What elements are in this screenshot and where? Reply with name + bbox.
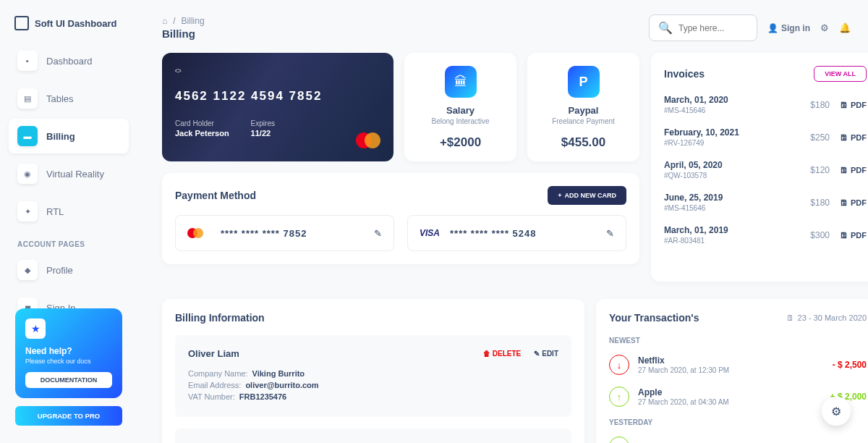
search-icon: 🔍: [658, 21, 673, 35]
payment-card-2: VISA**** **** **** 5248 ✎: [407, 215, 626, 251]
wifi-icon: ⌔: [175, 66, 380, 77]
invoice-item: June, 25, 2019#MS-415646$180🖺PDF: [664, 193, 867, 212]
sidebar-item-dashboard[interactable]: ▪Dashboard: [9, 43, 129, 78]
arrow-up-icon: ↑: [609, 387, 629, 407]
gear-icon: ⚙: [831, 405, 841, 418]
pdf-icon: 🖺: [840, 101, 848, 109]
trans-title: Your Transaction's: [609, 312, 699, 324]
trans-item: ↓Netflix27 March 2020, at 12:30 PM- $ 2,…: [609, 355, 867, 375]
card-holder: Jack Peterson: [175, 129, 229, 138]
view-all-button[interactable]: VIEW ALL: [814, 66, 867, 82]
sidebar-item-tables[interactable]: ▤Tables: [9, 81, 129, 116]
pdf-icon: 🖺: [840, 198, 848, 207]
signin-link[interactable]: 👤Sign in: [767, 23, 810, 33]
calendar-icon: 🗓: [786, 313, 794, 322]
trans-date-range: 🗓23 - 30 March 2020: [786, 313, 867, 322]
brand-text: Soft UI Dashboard: [35, 18, 116, 29]
vr-icon: ◉: [17, 164, 38, 184]
pdf-button[interactable]: 🖺PDF: [840, 101, 867, 109]
pencil-icon[interactable]: ✎: [374, 228, 382, 239]
invoice-item: February, 10, 2021#RV-126749$250🖺PDF: [664, 127, 867, 147]
arrow-down-icon: ↓: [609, 355, 629, 375]
payment-method-card: Payment Method +ADD NEW CARD **** **** *…: [162, 173, 639, 264]
mastercard-icon: [187, 226, 210, 240]
search-input[interactable]: [678, 23, 751, 33]
row-1: ⌔ 4562 1122 4594 7852 Card HolderJack Pe…: [162, 53, 639, 161]
visa-icon: VISA: [420, 228, 440, 238]
help-card: ★ Need help? Please check our docs DOCUM…: [15, 308, 122, 398]
payment-card-1: **** **** **** 7852 ✎: [175, 215, 394, 251]
salary-card: 🏛 Salary Belong Interactive +$2000: [404, 53, 516, 161]
paypal-icon: P: [568, 66, 600, 98]
topbar: ⌂/Billing Billing 🔍 👤Sign in ⚙ 🔔: [145, 0, 868, 47]
trash-icon: 🗑: [483, 350, 490, 358]
help-sub: Please check our docs: [25, 358, 112, 365]
user-icon: 👤: [767, 23, 778, 33]
billing-item: Lucas Harper 🗑DELETE✎EDIT Company Name:S…: [175, 429, 571, 443]
billing-info-card: Billing Information Oliver Liam 🗑DELETE✎…: [162, 299, 584, 443]
bell-icon[interactable]: 🔔: [839, 22, 851, 33]
upgrade-button[interactable]: UPGRADE TO PRO: [15, 406, 122, 426]
pdf-icon: 🖺: [840, 133, 848, 142]
pdf-button[interactable]: 🖺PDF: [840, 231, 867, 240]
payment-title: Payment Method: [175, 190, 256, 201]
topbar-right: 🔍 👤Sign in ⚙ 🔔: [649, 14, 851, 41]
bank-icon: 🏛: [445, 66, 477, 98]
edit-button[interactable]: ✎EDIT: [534, 350, 558, 358]
sidebar-item-billing[interactable]: ▬Billing: [9, 119, 129, 153]
settings-fab[interactable]: ⚙: [822, 397, 851, 426]
search-box[interactable]: 🔍: [649, 14, 757, 41]
tables-icon: ▤: [17, 88, 38, 109]
pdf-button[interactable]: 🖺PDF: [840, 133, 867, 142]
breadcrumb: ⌂/Billing: [162, 16, 205, 26]
pdf-button[interactable]: 🖺PDF: [840, 166, 867, 174]
sidebar-item-profile[interactable]: ◆Profile: [9, 253, 129, 287]
invoices-card: Invoices VIEW ALL March, 01, 2020#MS-415…: [651, 53, 868, 282]
mastercard-icon: [356, 132, 380, 148]
invoice-item: April, 05, 2020#QW-103578$120🖺PDF: [664, 160, 867, 180]
pencil-icon[interactable]: ✎: [606, 228, 614, 239]
row-2: Billing Information Oliver Liam 🗑DELETE✎…: [145, 299, 868, 443]
arrow-up-icon: ↑: [609, 436, 629, 443]
invoice-item: March, 01, 2019#AR-803481$300🖺PDF: [664, 225, 867, 245]
documentation-button[interactable]: DOCUMENTATION: [25, 372, 112, 388]
pencil-icon: ✎: [534, 350, 540, 358]
plus-icon: +: [558, 192, 561, 199]
brand: Soft UI Dashboard: [9, 12, 129, 35]
card-number: 4562 1122 4594 7852: [175, 89, 380, 104]
home-icon[interactable]: ⌂: [162, 16, 167, 26]
billing-icon: ▬: [17, 126, 38, 146]
add-card-button[interactable]: +ADD NEW CARD: [548, 186, 626, 205]
pdf-icon: 🖺: [840, 166, 848, 174]
invoice-item: March, 01, 2020#MS-415646$180🖺PDF: [664, 95, 867, 114]
sidebar-item-vr[interactable]: ◉Virtual Reality: [9, 156, 129, 191]
page-title: Billing: [162, 28, 205, 40]
sidebar-item-rtl[interactable]: ✦RTL: [9, 194, 129, 229]
credit-card: ⌔ 4562 1122 4594 7852 Card HolderJack Pe…: [162, 53, 393, 161]
content: ⌔ 4562 1122 4594 7852 Card HolderJack Pe…: [145, 47, 868, 287]
trans-item: ↑Stripe+ $ 750: [609, 436, 867, 443]
pdf-button[interactable]: 🖺PDF: [840, 198, 867, 207]
card-expires: 11/22: [251, 129, 275, 138]
rtl-icon: ✦: [17, 201, 38, 222]
gear-icon[interactable]: ⚙: [820, 22, 829, 33]
sidebar: Soft UI Dashboard ▪Dashboard ▤Tables ▬Bi…: [0, 0, 137, 443]
pdf-icon: 🖺: [840, 231, 848, 240]
dashboard-icon: ▪: [17, 51, 38, 71]
profile-icon: ◆: [17, 260, 38, 280]
star-icon: ★: [25, 318, 46, 339]
paypal-card: P Paypal Freelance Payment $455.00: [527, 53, 639, 161]
help-title: Need help?: [25, 346, 112, 356]
brand-icon: [14, 16, 29, 30]
invoices-title: Invoices: [664, 68, 705, 80]
main: ⌂/Billing Billing 🔍 👤Sign in ⚙ 🔔 ⌔ 4562 …: [145, 0, 868, 443]
billing-item: Oliver Liam 🗑DELETE✎EDIT Company Name:Vi…: [175, 335, 571, 417]
delete-button[interactable]: 🗑DELETE: [483, 350, 521, 358]
section-label: ACCOUNT PAGES: [9, 232, 129, 253]
billing-title: Billing Information: [175, 312, 571, 324]
